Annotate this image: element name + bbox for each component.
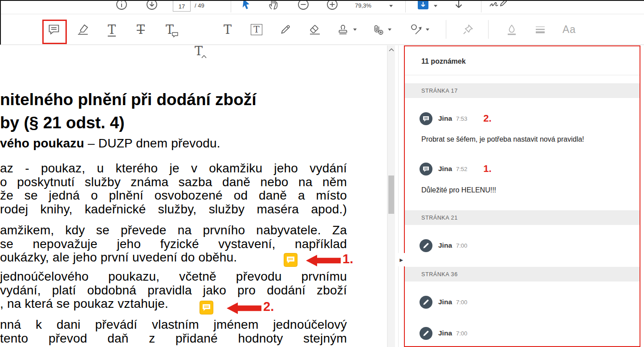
line-weight-tool[interactable] — [530, 19, 551, 40]
section-label: STRÁNKA 17 — [421, 88, 458, 94]
eraser-tool[interactable] — [304, 19, 326, 40]
text-box-tool[interactable]: T — [246, 19, 267, 40]
document-text-line: o poskytnutí služby známa sazba daně neb… — [0, 176, 347, 189]
sticky-note-annotation-icon — [284, 253, 298, 267]
comment-order-marker: 1. — [483, 163, 491, 175]
document-paragraph: az - poukaz, u kterého je v okamžiku jeh… — [0, 162, 347, 216]
stamp-icon — [337, 23, 349, 36]
comments-panel: 11 poznámek STRÁNKA 17 Jina 7:53 2. Prob… — [404, 45, 640, 347]
insert-text-tool[interactable]: T — [188, 40, 209, 61]
text-appearance-tool[interactable]: Aa — [558, 19, 580, 40]
page-number-input[interactable] — [173, 1, 191, 12]
insert-caret-icon — [201, 55, 207, 58]
panel-collapse-button[interactable]: ▶ — [397, 253, 405, 266]
signature-icon — [489, 1, 507, 11]
page-display-button[interactable] — [416, 1, 431, 12]
heading-line: by (§ 21 odst. 4) — [0, 111, 321, 135]
sticky-note-comment-icon — [420, 112, 432, 125]
hand-tool-button[interactable] — [266, 1, 281, 12]
section-header-page-36: STRÁNKA 36 — [404, 267, 640, 282]
pencil-comment-icon — [420, 239, 432, 252]
document-text-line: az - poukaz, u kterého je v okamžiku jeh… — [0, 162, 347, 176]
drawing-dropdown-caret-icon[interactable] — [426, 29, 429, 31]
comment-row[interactable]: Jina 7:52 1. — [420, 162, 640, 176]
fill-and-sign-button[interactable] — [488, 1, 508, 12]
document-paragraph: jednoúčelového poukazu, včetně převodu p… — [0, 270, 347, 311]
sticky-note-annotation-2[interactable] — [200, 301, 213, 314]
annotation-number-2: 2. — [263, 299, 274, 314]
section-label: STRÁNKA 36 — [421, 271, 458, 278]
stamp-dropdown-caret-icon[interactable] — [353, 29, 357, 31]
hand-tool-icon — [267, 1, 281, 11]
document-page[interactable]: nitelného plnění při dodání zboží by (§ … — [0, 45, 387, 347]
page-display-caret-icon[interactable] — [434, 5, 437, 7]
pdf-viewer-window: / 49 79,3% — [0, 0, 644, 347]
pencil-tool[interactable] — [275, 19, 296, 40]
highlight-icon — [77, 23, 89, 36]
document-text-line: , na která se poukaz vztahuje. — [0, 297, 347, 311]
attach-dropdown-caret-icon[interactable] — [388, 29, 391, 31]
highlight-tool[interactable] — [72, 19, 94, 40]
underline-text-icon: T — [108, 24, 116, 36]
comment-row[interactable]: Jina 7:00 — [420, 327, 640, 340]
attach-file-icon — [371, 23, 384, 36]
strikethrough-text-tool[interactable]: T — [130, 19, 151, 40]
document-text-line: vydání, platí obdobná pravidla jako pro … — [0, 284, 347, 298]
underline-text-tool[interactable]: T — [101, 19, 122, 40]
comments-count-title: 11 poznámek — [404, 45, 640, 75]
comment-author: Jina — [438, 298, 452, 306]
page-display-icon — [416, 1, 430, 11]
page-count-label: / 49 — [195, 2, 204, 9]
comment-time: 7:52 — [456, 166, 467, 172]
pencil-comment-icon — [420, 327, 432, 340]
document-scrollbar[interactable] — [387, 45, 395, 347]
zoom-in-button[interactable] — [325, 1, 340, 12]
toolbar-divider — [405, 1, 406, 12]
red-arrow-annotation-2 — [227, 302, 261, 316]
stamp-tool[interactable] — [332, 19, 354, 40]
download-button[interactable] — [144, 1, 159, 12]
keep-tool-selected-pin[interactable] — [457, 19, 479, 40]
comment-row[interactable]: Jina 7:53 2. — [420, 112, 640, 125]
comment-author: Jina — [438, 165, 452, 173]
comment-time: 7:53 — [456, 115, 467, 122]
comment-text: Důležité pro HELENU!!! — [421, 186, 623, 194]
sticky-note-tool[interactable] — [43, 19, 65, 40]
select-tool-button[interactable] — [239, 1, 254, 12]
drawing-tools-tool[interactable] — [405, 19, 427, 40]
zoom-level-value[interactable]: 79,3% — [355, 2, 371, 9]
add-text-tool[interactable]: T — [217, 19, 238, 40]
scrollbar-thumb[interactable] — [388, 176, 394, 214]
document-heading: nitelného plnění při dodání zboží by (§ … — [0, 88, 321, 135]
text-box-icon: T — [251, 24, 262, 35]
toolbar-divider — [488, 20, 489, 39]
left-arrow-icon — [227, 302, 261, 314]
download-icon — [145, 1, 159, 11]
strikethrough-text-icon: T — [137, 24, 145, 36]
document-text-line: tento převod daň z přidané hodnoty stejn… — [0, 332, 347, 346]
zoom-in-icon — [326, 1, 339, 11]
fill-color-icon — [505, 23, 518, 36]
document-paragraph: nná k dani převádí vlastním jménem jedno… — [0, 318, 347, 345]
comment-order-marker: 2. — [483, 113, 491, 124]
scroll-down-button[interactable] — [451, 1, 466, 12]
window-left-border — [0, 1, 1, 45]
document-lead-line: vého poukazu – DUZP dnem převodu. — [0, 136, 220, 151]
comment-row[interactable]: Jina 7:00 — [420, 295, 640, 309]
replace-text-bubble-icon — [172, 32, 178, 37]
replace-text-tool[interactable]: T — [159, 19, 180, 40]
scroll-arrow-icon — [452, 1, 465, 11]
zoom-dropdown-caret-icon[interactable] — [389, 5, 393, 7]
scrollbar-up-button[interactable] — [388, 47, 395, 53]
fill-color-tool[interactable] — [501, 19, 522, 40]
zoom-out-button[interactable] — [296, 1, 311, 12]
comment-time: 7:00 — [456, 299, 467, 306]
toolbar-divider — [481, 1, 481, 12]
add-text-icon: T — [224, 24, 232, 36]
comment-row[interactable]: Jina 7:00 — [420, 239, 640, 252]
info-button[interactable] — [114, 1, 129, 12]
red-arrow-annotation-1 — [306, 254, 341, 269]
sticky-note-annotation-1[interactable] — [284, 253, 298, 267]
attach-file-tool[interactable] — [367, 19, 388, 40]
text-appearance-icon: Aa — [562, 24, 576, 36]
